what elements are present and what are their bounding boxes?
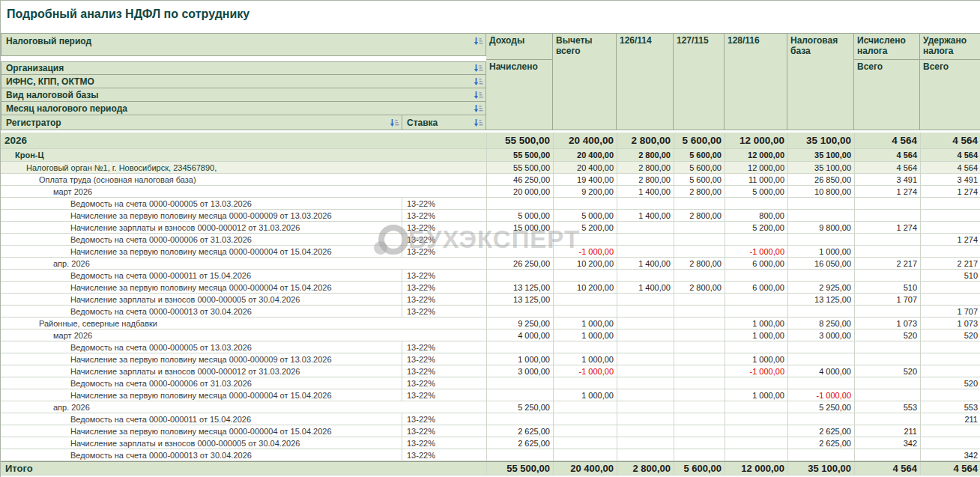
cell-uderzhano-naloga[interactable]: 4 564 [920, 133, 980, 148]
cell-dohody[interactable]: 55 500,00 [486, 133, 553, 148]
cell-128-116[interactable]: 1 000,00 [725, 318, 787, 329]
cell-nalogovaya-baza[interactable] [787, 198, 854, 209]
cell-126-114[interactable] [617, 234, 674, 245]
cell-ischisleno-naloga[interactable]: 520 [854, 365, 920, 377]
cell-dohody[interactable]: 2 625,00 [486, 437, 553, 449]
row-label[interactable]: Начисление за первую половину месяца 000… [1, 353, 402, 365]
row-label[interactable]: Начисление за первую половину месяца 000… [1, 246, 402, 257]
cell-dohody[interactable]: 55 500,00 [486, 162, 553, 173]
cell-dohody[interactable]: 3 000,00 [486, 365, 553, 377]
cell-uderzhano-naloga[interactable] [920, 353, 980, 365]
cell-rate[interactable]: 13-22% [402, 294, 486, 305]
cell-uderzhano-naloga[interactable] [920, 222, 980, 233]
cell-uderzhano-naloga[interactable]: 1 274 [920, 234, 980, 245]
cell-128-116[interactable]: 6 000,00 [725, 282, 787, 293]
cell-127-115[interactable] [674, 222, 725, 233]
cell-127-115[interactable] [674, 353, 725, 365]
sort-icon[interactable] [474, 104, 483, 114]
cell-nalogovaya-baza[interactable] [787, 449, 854, 461]
cell-dohody[interactable] [486, 270, 553, 281]
sort-icon[interactable] [474, 91, 483, 100]
cell-uderzhano-naloga[interactable]: 4 564 [920, 162, 980, 173]
cell-ischisleno-naloga[interactable] [854, 210, 920, 221]
cell-uderzhano-naloga[interactable]: 4 564 [920, 462, 980, 475]
sort-icon[interactable] [390, 118, 399, 128]
cell-nalogovaya-baza[interactable]: 2 625,00 [787, 437, 854, 449]
cell-127-115[interactable] [674, 389, 725, 401]
cell-127-115[interactable] [674, 234, 725, 245]
cell-127-115[interactable]: 5 600,00 [674, 133, 725, 148]
cell-nalogovaya-baza[interactable] [787, 353, 854, 365]
cell-rate[interactable]: 13-22% [402, 437, 486, 449]
cell-vychety-vsego[interactable]: 5 000,00 [553, 210, 617, 221]
cell-vychety-vsego[interactable]: 20 400,00 [553, 162, 617, 173]
cell-ischisleno-naloga[interactable]: 510 [854, 282, 920, 293]
cell-126-114[interactable] [617, 329, 674, 341]
cell-127-115[interactable]: 5 600,00 [674, 174, 725, 185]
cell-vychety-vsego[interactable]: 1 000,00 [553, 389, 617, 401]
cell-vychety-vsego[interactable]: 1 000,00 [553, 353, 617, 365]
cell-126-114[interactable] [617, 294, 674, 305]
cell-uderzhano-naloga[interactable]: 1 274 [920, 186, 980, 197]
cell-nalogovaya-baza[interactable] [787, 413, 854, 425]
cell-uderzhano-naloga[interactable]: 211 [920, 413, 980, 425]
cell-128-116[interactable] [725, 234, 787, 245]
cell-dohody[interactable] [486, 413, 553, 425]
cell-nalogovaya-baza[interactable]: 16 050,00 [787, 258, 854, 269]
cell-uderzhano-naloga[interactable] [920, 198, 980, 209]
cell-ischisleno-naloga[interactable] [854, 377, 920, 389]
row-label[interactable]: Начисление зарплаты и взносов 0000-00001… [1, 365, 402, 377]
cell-126-114[interactable]: 1 400,00 [617, 282, 674, 293]
cell-uderzhano-naloga[interactable] [920, 437, 980, 449]
row-label[interactable]: Начисление за первую половину месяца 000… [1, 425, 402, 437]
cell-ischisleno-naloga[interactable]: 1 274 [854, 186, 920, 197]
cell-vychety-vsego[interactable]: 20 400,00 [553, 149, 617, 161]
cell-126-114[interactable]: 1 400,00 [617, 186, 674, 197]
cell-vychety-vsego[interactable] [553, 437, 617, 449]
cell-uderzhano-naloga[interactable] [920, 365, 980, 377]
cell-ischisleno-naloga[interactable]: 1 274 [854, 222, 920, 233]
cell-vychety-vsego[interactable] [553, 294, 617, 305]
sort-icon[interactable] [474, 118, 483, 128]
cell-128-116[interactable]: 5 000,00 [725, 186, 787, 197]
cell-rate[interactable]: 13-22% [402, 365, 486, 377]
cell-ischisleno-naloga[interactable] [854, 306, 920, 317]
cell-dohody[interactable]: 5 000,00 [486, 210, 553, 221]
cell-ischisleno-naloga[interactable] [854, 341, 920, 353]
cell-uderzhano-naloga[interactable] [920, 282, 980, 293]
cell-uderzhano-naloga[interactable] [920, 294, 980, 305]
cell-dohody[interactable]: 55 500,00 [486, 462, 553, 475]
row-label[interactable]: 2026 [1, 133, 486, 148]
cell-nalogovaya-baza[interactable] [787, 270, 854, 281]
cell-ischisleno-naloga[interactable] [854, 270, 920, 281]
cell-127-115[interactable] [674, 246, 725, 257]
cell-nalogovaya-baza[interactable]: 26 850,00 [787, 174, 854, 185]
cell-ischisleno-naloga[interactable]: 1 707 [854, 294, 920, 305]
cell-nalogovaya-baza[interactable]: 8 250,00 [787, 318, 854, 329]
cell-126-114[interactable] [617, 318, 674, 329]
cell-ischisleno-naloga[interactable] [854, 413, 920, 425]
row-label[interactable]: Начисление зарплаты и взносов 0000-00000… [1, 294, 402, 305]
sort-icon[interactable] [474, 64, 483, 73]
cell-128-116[interactable] [725, 198, 787, 209]
cell-dohody[interactable]: 13 125,00 [486, 294, 553, 305]
cell-uderzhano-naloga[interactable]: 520 [920, 377, 980, 389]
cell-126-114[interactable]: 2 800,00 [617, 174, 674, 185]
cell-127-115[interactable] [674, 401, 725, 413]
cell-dohody[interactable]: 15 000,00 [486, 222, 553, 233]
cell-126-114[interactable]: 1 400,00 [617, 258, 674, 269]
cell-vychety-vsego[interactable] [553, 198, 617, 209]
sort-icon[interactable] [474, 37, 483, 46]
cell-128-116[interactable]: 1 000,00 [725, 329, 787, 341]
cell-128-116[interactable] [725, 294, 787, 305]
cell-128-116[interactable]: 800,00 [725, 210, 787, 221]
cell-uderzhano-naloga[interactable]: 510 [920, 270, 980, 281]
row-label[interactable]: апр. 2026 [1, 258, 486, 269]
cell-ischisleno-naloga[interactable] [854, 198, 920, 209]
cell-dohody[interactable] [486, 306, 553, 317]
cell-vychety-vsego[interactable]: 10 200,00 [553, 258, 617, 269]
cell-vychety-vsego[interactable]: 9 200,00 [553, 186, 617, 197]
row-label[interactable]: Начисление за первую половину месяца 000… [1, 282, 402, 293]
row-label[interactable]: Ведомость на счета 0000-000011 от 15.04.… [1, 413, 402, 425]
cell-128-116[interactable] [725, 425, 787, 437]
